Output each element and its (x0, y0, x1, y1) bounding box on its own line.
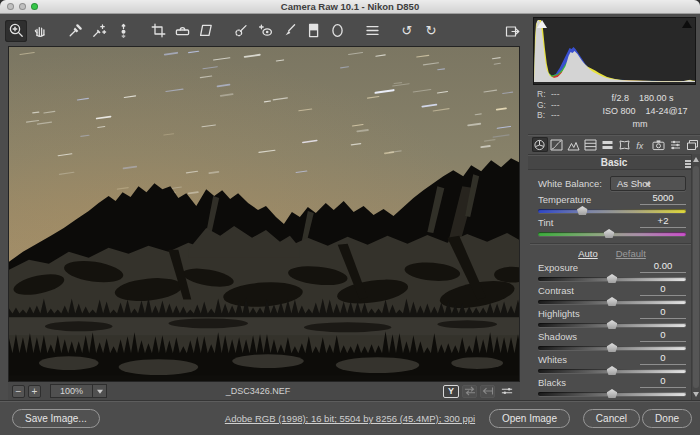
toolbar-group (64, 20, 134, 42)
tab-presets[interactable] (667, 137, 683, 152)
scrollbar-thumb[interactable] (693, 166, 699, 388)
shadows-thumb[interactable] (607, 343, 618, 352)
contrast-value[interactable]: 0 (640, 283, 686, 296)
hand-tool[interactable] (29, 20, 51, 42)
scroll-down-icon[interactable] (693, 392, 699, 397)
copy-settings-button[interactable] (480, 385, 495, 398)
blacks-thumb[interactable] (607, 389, 618, 398)
highlight-clipping-indicator[interactable] (682, 20, 692, 28)
tab-lens-corrections[interactable] (617, 137, 633, 152)
tab-effects[interactable]: fx (633, 137, 649, 152)
crop-tool[interactable] (147, 20, 169, 42)
tint-thumb[interactable] (604, 229, 615, 238)
tab-tone-curve[interactable] (549, 137, 565, 152)
highlights-value[interactable]: 0 (640, 306, 686, 319)
exposure-value[interactable]: 0.00 (640, 260, 686, 273)
auto-link[interactable]: Auto (578, 248, 598, 259)
tab-snapshots[interactable] (684, 137, 700, 152)
shadows-value[interactable]: 0 (640, 329, 686, 342)
default-link[interactable]: Default (616, 248, 646, 259)
r-value: --- (551, 89, 560, 99)
filename-label: _DSC3426.NEF (193, 386, 323, 396)
adjustments-panel: R:--- G:--- B:--- f/2.8180.00 s ISO 8001… (528, 14, 700, 400)
lens-value: 14-24@17 mm (633, 106, 688, 129)
graduated-filter-tool[interactable] (302, 20, 324, 42)
footer-bar: Save Image... Adobe RGB (1998); 16 bit; … (0, 400, 700, 435)
tab-detail[interactable] (566, 137, 582, 152)
tab-hsl-grayscale[interactable] (583, 137, 599, 152)
swap-views-button[interactable] (462, 385, 477, 398)
whites-thumb[interactable] (607, 366, 618, 375)
zoom-in-icon: + (32, 386, 38, 397)
shutter-value: 180.00 s (639, 93, 674, 103)
image-preview[interactable] (8, 46, 520, 382)
window-title: Camera Raw 10.1 - Nikon D850 (0, 1, 700, 12)
color-sampler-tool[interactable] (88, 20, 110, 42)
contrast-thumb[interactable] (607, 297, 618, 306)
adjustment-brush-tool[interactable] (278, 20, 300, 42)
open-image-button[interactable]: Open Image (489, 409, 570, 428)
chevron-down-icon (92, 384, 107, 398)
aperture-value: f/2.8 (611, 93, 629, 103)
toolbar-group: ↺↻ (396, 20, 442, 42)
done-button[interactable]: Done (642, 409, 692, 428)
rotate-cw-button[interactable]: ↻ (420, 20, 442, 42)
panel-scrollbar[interactable] (691, 154, 700, 400)
b-value: --- (551, 110, 560, 120)
before-after-toggle[interactable]: Y (443, 385, 459, 398)
tab-basic[interactable] (532, 137, 548, 152)
exposure-thumb[interactable] (607, 274, 618, 283)
temperature-value[interactable]: 5000 (640, 192, 686, 205)
shadows-label: Shadows (538, 331, 577, 342)
white-balance-tool[interactable] (64, 20, 86, 42)
toolbar: ↺↻ (5, 17, 455, 44)
rgb-readout: R:--- G:--- B:--- (537, 89, 589, 131)
toolbar-group (361, 20, 383, 42)
whites-slider: Whites0 (538, 354, 686, 375)
copy-settings-icon (482, 386, 494, 396)
tab-camera-calibration[interactable] (650, 137, 666, 152)
histogram[interactable] (533, 17, 696, 85)
panel-title: Basic (601, 157, 628, 168)
transform-tool[interactable] (195, 20, 217, 42)
zoom-out-icon: − (16, 386, 22, 397)
radial-filter-tool[interactable] (326, 20, 348, 42)
rotate-ccw-button[interactable]: ↺ (396, 20, 418, 42)
shadow-clipping-indicator[interactable] (537, 20, 547, 28)
panel-tabs: fx (528, 134, 700, 155)
shadows-slider: Shadows0 (538, 331, 686, 352)
fullscreen-toggle-icon[interactable] (501, 20, 523, 42)
zoom-level-select[interactable]: 100% (50, 384, 107, 398)
whites-value[interactable]: 0 (640, 352, 686, 365)
zoom-out-button[interactable]: − (12, 385, 25, 398)
panel-header: Basic (528, 155, 700, 170)
tint-value[interactable]: +2 (640, 215, 686, 228)
preview-strip: − + 100% _DSC3426.NEF Y (8, 382, 520, 400)
preview-preferences-button[interactable] (498, 384, 516, 398)
red-eye-tool[interactable] (254, 20, 276, 42)
presets-list-button[interactable] (361, 20, 383, 42)
temperature-thumb[interactable] (577, 206, 588, 215)
scroll-up-icon[interactable] (693, 157, 699, 162)
blacks-slider: Blacks0 (538, 377, 686, 398)
zoom-in-button[interactable]: + (28, 385, 41, 398)
spot-removal-tool[interactable] (230, 20, 252, 42)
highlights-thumb[interactable] (607, 320, 618, 329)
straighten-tool[interactable] (171, 20, 193, 42)
targeted-adjustment-tool[interactable] (112, 20, 134, 42)
histogram-graph (534, 18, 695, 84)
blacks-value[interactable]: 0 (640, 375, 686, 388)
temperature-track[interactable] (538, 209, 686, 213)
cancel-button[interactable]: Cancel (583, 409, 640, 428)
temperature-slider: Temperature5000 (538, 194, 686, 215)
camera-raw-window: Camera Raw 10.1 - Nikon D850 ↺↻ (0, 0, 700, 435)
rotate-ccw-button-icon: ↺ (402, 24, 413, 37)
rotate-cw-button-icon: ↻ (426, 24, 437, 37)
exposure-label: Exposure (538, 262, 578, 273)
whites-label: Whites (538, 354, 567, 365)
zoom-tool[interactable] (5, 20, 27, 42)
white-balance-select[interactable]: As Shot (610, 176, 686, 191)
titlebar: Camera Raw 10.1 - Nikon D850 (0, 0, 700, 14)
tab-split-toning[interactable] (600, 137, 616, 152)
white-balance-row: White Balance: As Shot (538, 176, 686, 191)
